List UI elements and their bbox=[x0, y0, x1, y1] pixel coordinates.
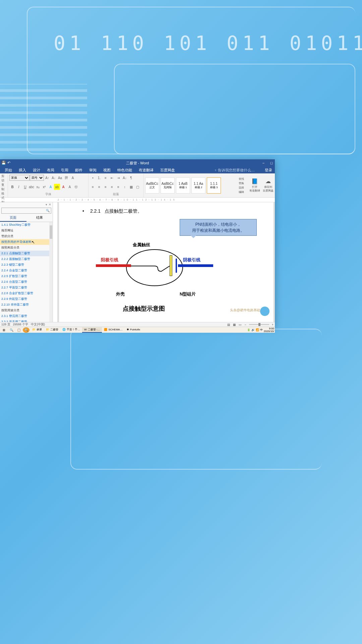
distributed-icon[interactable]: ≡ bbox=[115, 184, 121, 190]
tray-icon[interactable]: 🔋 bbox=[247, 328, 250, 331]
style-normal[interactable]: AaBbCc正文 bbox=[145, 177, 159, 194]
tray-icon[interactable]: 🔊 bbox=[251, 328, 255, 331]
font-size-select[interactable]: 四号 bbox=[30, 175, 44, 181]
borders-icon[interactable]: ▢ bbox=[134, 184, 140, 190]
align-center-icon[interactable]: ≡ bbox=[96, 184, 102, 190]
outdent-icon[interactable]: ⇤ bbox=[109, 175, 115, 181]
login-button[interactable]: 登录 bbox=[265, 168, 272, 173]
tell-me-input[interactable]: ♀ 告诉我您想要做什么… bbox=[214, 168, 255, 173]
char-shading-icon[interactable]: A bbox=[67, 184, 73, 190]
nav-item[interactable]: 2.2.4 合金型二极管 bbox=[0, 268, 53, 273]
style-heading3[interactable]: 1.1.1标题 3 bbox=[207, 177, 221, 194]
nav-item[interactable]: 2.2.3 键型二极管 bbox=[0, 262, 53, 268]
enclose-char-icon[interactable]: ㊕ bbox=[73, 184, 79, 190]
zoom-out-icon[interactable]: − bbox=[244, 323, 246, 326]
numbering-icon[interactable]: 1. bbox=[96, 175, 102, 181]
italic-button[interactable]: I bbox=[16, 184, 22, 190]
nav-item[interactable]: 2.2.2 面接触型二极管 bbox=[0, 256, 53, 262]
taskbar-app[interactable]: 🟧SCHEMA… bbox=[102, 327, 124, 333]
status-words[interactable]: 29588 个字 bbox=[13, 322, 28, 327]
text-effects-icon[interactable]: A bbox=[48, 184, 54, 190]
style-nospacing[interactable]: AaBbCc无间隔 bbox=[161, 177, 175, 194]
nav-item[interactable]: 管的分类 bbox=[0, 233, 53, 239]
minimize-button[interactable]: − bbox=[261, 161, 266, 165]
select-button[interactable]: 选择 bbox=[239, 186, 244, 190]
nav-item[interactable]: 按照所用的半导体材料 bbox=[0, 239, 53, 245]
align-left-icon[interactable]: ≡ bbox=[90, 184, 96, 190]
nav-item[interactable]: 按照构造分类 bbox=[0, 245, 53, 251]
font-family-select[interactable]: 宋体 bbox=[9, 175, 29, 181]
subscript-button[interactable]: x₂ bbox=[35, 184, 41, 190]
indent-icon[interactable]: ⇥ bbox=[115, 175, 121, 181]
save-icon[interactable]: 💾 bbox=[1, 161, 6, 165]
zoom-slider[interactable] bbox=[249, 324, 269, 325]
ribbon-baidu[interactable]: ☁ 保存到 百度网盘 bbox=[261, 173, 275, 197]
cut-button[interactable]: 剪切 bbox=[1, 174, 6, 183]
nav-item[interactable]: 2.2.10 肖特基二极管 bbox=[0, 302, 53, 308]
document-area[interactable]: •2.2.1 点接触型二极管。 PN结面积小，结电容小， 用于检波和高频小电流电… bbox=[53, 202, 275, 322]
nav-item[interactable]: 2.3.1 整流用二极管 bbox=[0, 313, 53, 319]
shrink-font-icon[interactable]: A↓ bbox=[51, 175, 57, 181]
align-right-icon[interactable]: ≡ bbox=[103, 184, 109, 190]
style-heading1[interactable]: 1 AaB标题 1 bbox=[176, 177, 190, 194]
shading-icon[interactable]: ▦ bbox=[128, 184, 134, 190]
taskbar-app[interactable]: ✱Pointofix bbox=[125, 327, 142, 333]
view-read-icon[interactable]: ▤ bbox=[227, 323, 230, 326]
nav-close-icon[interactable]: ✕ bbox=[49, 203, 51, 206]
phonetic-icon[interactable]: 拼 bbox=[63, 175, 69, 181]
taskbar-icon[interactable]: 🔍 bbox=[8, 327, 15, 333]
tray-icon[interactable]: 📶 bbox=[256, 328, 259, 331]
copy-button[interactable]: 复制 bbox=[1, 183, 6, 192]
taskbar-icon[interactable]: ⊞ bbox=[1, 327, 7, 333]
ribbon-youdao[interactable]: 📘 打开 有道翻译 bbox=[248, 173, 261, 197]
strike-button[interactable]: abc bbox=[28, 184, 35, 190]
tab-layout[interactable]: 布局 bbox=[44, 168, 58, 173]
grow-font-icon[interactable]: A↑ bbox=[44, 175, 50, 181]
ime-icon[interactable]: 中 bbox=[260, 328, 263, 332]
zoom-in-icon[interactable]: + bbox=[272, 323, 274, 326]
undo-icon[interactable]: ↶ bbox=[7, 161, 12, 165]
search-button[interactable]: 🔍 bbox=[23, 327, 29, 333]
taskbar-app[interactable]: 📁二极管 bbox=[44, 327, 60, 333]
maximize-button[interactable]: □ bbox=[269, 161, 274, 165]
tab-design[interactable]: 设计 bbox=[29, 168, 44, 173]
marks-icon[interactable]: ¶ bbox=[128, 175, 134, 181]
nav-item[interactable]: 2.2.1 点接触型二极管 bbox=[0, 251, 53, 256]
status-lang[interactable]: 中文(中国) bbox=[31, 322, 45, 327]
style-heading2[interactable]: 1.1 Aa标题 2 bbox=[191, 177, 205, 194]
nav-item[interactable]: 2.2.8 合金扩散型二极管 bbox=[0, 290, 53, 296]
taskbar-app[interactable]: W二极管 -… bbox=[82, 327, 102, 333]
taskbar-app[interactable]: 🌐干货！干… bbox=[60, 327, 82, 333]
tab-references[interactable]: 引用 bbox=[58, 168, 72, 173]
tab-insert[interactable]: 插入 bbox=[15, 168, 29, 173]
view-print-icon[interactable]: ▦ bbox=[233, 323, 236, 326]
char-border-icon[interactable]: A bbox=[70, 175, 76, 181]
horizontal-ruler[interactable]: 2·1·1·2·3·4·5·6·7·8·9·10·11·12·13·14·15 bbox=[0, 198, 275, 202]
highlight-icon[interactable]: ab bbox=[54, 184, 60, 190]
vertical-ruler[interactable] bbox=[53, 202, 58, 322]
replace-button[interactable]: 替换 bbox=[239, 181, 244, 185]
nav-item[interactable]: 按照用途分类 bbox=[0, 308, 53, 313]
find-button[interactable]: 查找 bbox=[239, 177, 244, 181]
nav-dropdown-icon[interactable]: ▾ bbox=[46, 203, 47, 206]
tab-review[interactable]: 审阅 bbox=[86, 168, 100, 173]
taskbar-app[interactable]: 📁录课 bbox=[30, 327, 44, 333]
linespacing-icon[interactable]: ↕ bbox=[122, 184, 128, 190]
nav-item[interactable]: 2.2.5 扩散型二极管 bbox=[0, 273, 53, 279]
font-color-icon[interactable]: A bbox=[60, 184, 66, 190]
nav-item[interactable]: 2.2.7 平面型二极管 bbox=[0, 285, 53, 290]
nav-scrollbar[interactable] bbox=[49, 222, 53, 322]
nav-item[interactable]: 2.2.6 台面型二极管 bbox=[0, 279, 53, 285]
nav-item[interactable]: 1.4.1 Shochley二极管 bbox=[0, 222, 53, 228]
multilevel-icon[interactable]: ≡ bbox=[103, 175, 109, 181]
bullets-icon[interactable]: • bbox=[90, 175, 96, 181]
change-case-icon[interactable]: Aa bbox=[57, 175, 63, 181]
nav-search-input[interactable]: 🔍 bbox=[1, 208, 51, 214]
tab-youdao[interactable]: 有道翻译 bbox=[135, 168, 157, 173]
system-tray[interactable]: 🔋 🔊 📶 中 9:002020/10/ bbox=[247, 327, 274, 333]
taskbar-icon[interactable]: 📋 bbox=[15, 327, 22, 333]
underline-button[interactable]: U bbox=[22, 184, 28, 190]
justify-icon[interactable]: ≡ bbox=[109, 184, 115, 190]
superscript-button[interactable]: x² bbox=[41, 184, 47, 190]
nav-tab-pages[interactable]: 页面 bbox=[0, 214, 26, 222]
